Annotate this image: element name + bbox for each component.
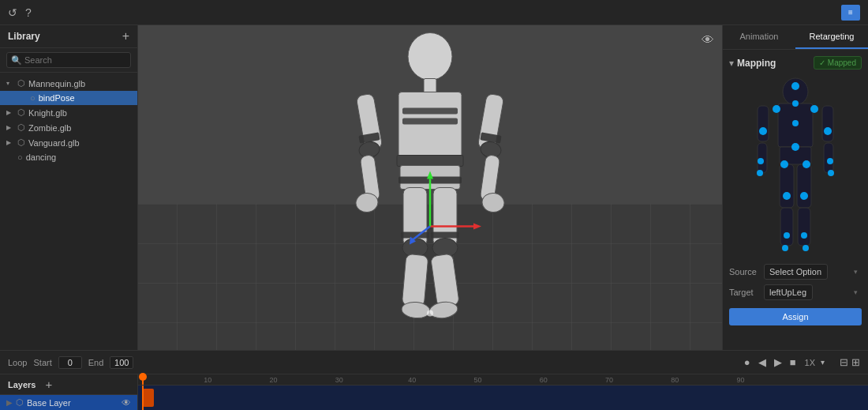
list-item[interactable]: ▶ ⬡ Zombie.glb xyxy=(0,120,137,135)
track-name: Base Layer xyxy=(27,398,71,408)
mapping-title: Mapping xyxy=(737,58,776,69)
mapping-header: ▾ Mapping ✓ Mapped xyxy=(729,56,862,70)
timeline-lane[interactable] xyxy=(138,386,868,410)
svg-point-64 xyxy=(803,245,809,251)
svg-rect-43 xyxy=(780,164,794,208)
model-icon: ⬡ xyxy=(17,107,25,118)
list-item[interactable]: ▾ ⬡ Mannequin.glb xyxy=(0,76,137,91)
svg-point-62 xyxy=(801,232,807,239)
svg-rect-21 xyxy=(402,107,458,114)
prev-button[interactable]: ◀ xyxy=(756,355,769,370)
layout-btn[interactable]: ≡ xyxy=(841,5,860,21)
svg-rect-45 xyxy=(797,164,811,208)
timeline-layout-btn-2[interactable]: ⊞ xyxy=(851,356,860,368)
viewport[interactable]: 👁 xyxy=(138,25,722,350)
source-select-wrap: Select Option ▾ xyxy=(764,264,862,280)
tab-retargeting[interactable]: Retargeting xyxy=(795,25,868,49)
svg-rect-15 xyxy=(402,254,428,307)
viewport-eye-icon[interactable]: 👁 xyxy=(702,33,714,47)
mapping-section: ▾ Mapping ✓ Mapped xyxy=(723,50,868,332)
tab-animation[interactable]: Animation xyxy=(723,25,795,49)
list-item[interactable]: ○ dancing xyxy=(0,150,137,164)
svg-rect-46 xyxy=(798,208,810,246)
target-field-row: Target leftUpLeg ▾ xyxy=(729,284,862,300)
svg-point-0 xyxy=(408,32,452,80)
mapped-badge: ✓ Mapped xyxy=(814,56,862,70)
stop-button[interactable]: ■ xyxy=(788,355,799,370)
svg-point-58 xyxy=(803,160,810,168)
list-item[interactable]: ▶ ⬡ Knight.glb xyxy=(0,105,137,120)
search-input[interactable] xyxy=(6,52,131,68)
playhead-dot xyxy=(139,373,147,381)
timeline-layout-btn-1[interactable]: ⊟ xyxy=(840,356,848,368)
svg-rect-42 xyxy=(824,143,833,173)
list-item[interactable]: ▶ ⬡ Vanguard.glb xyxy=(0,135,137,150)
svg-rect-39 xyxy=(758,106,769,141)
end-label: End xyxy=(88,358,104,367)
record-button[interactable]: ● xyxy=(742,355,753,370)
svg-point-49 xyxy=(773,105,780,113)
layers-add-button[interactable]: + xyxy=(45,378,52,391)
svg-rect-22 xyxy=(402,118,458,124)
assign-button[interactable]: Assign xyxy=(729,308,862,325)
source-field-row: Source Select Option ▾ xyxy=(729,264,862,280)
speed-label: 1X xyxy=(805,358,815,367)
play-button[interactable]: ▶ xyxy=(772,355,784,370)
source-select[interactable]: Select Option xyxy=(764,264,828,280)
loop-label: Loop xyxy=(8,358,27,367)
timeline-content: 10 20 30 40 50 60 70 80 90 xyxy=(138,374,868,410)
mannequin-figure xyxy=(327,32,533,343)
ruler-tick-70: 70 xyxy=(605,376,613,384)
library-add-button[interactable]: + xyxy=(122,30,129,43)
svg-rect-25 xyxy=(398,176,430,183)
track-clip[interactable] xyxy=(143,389,154,407)
target-select[interactable]: leftUpLeg xyxy=(764,284,813,300)
svg-rect-28 xyxy=(431,231,459,238)
svg-point-63 xyxy=(782,245,788,251)
ruler-tick-20: 20 xyxy=(270,376,278,384)
search-icon: 🔍 xyxy=(11,55,22,66)
svg-point-59 xyxy=(783,192,791,200)
mapped-label: Mapped xyxy=(828,58,856,67)
svg-rect-3 xyxy=(397,155,463,166)
chevron-right-icon: ▶ xyxy=(6,109,14,116)
svg-rect-19 xyxy=(431,253,460,307)
svg-rect-44 xyxy=(780,208,793,246)
help-icon[interactable]: ? xyxy=(25,6,32,19)
end-value-input[interactable] xyxy=(110,356,133,369)
svg-point-60 xyxy=(800,192,808,200)
model-icon: ⬡ xyxy=(17,137,25,148)
svg-point-65 xyxy=(757,170,763,176)
library-title: Library xyxy=(8,31,40,42)
layers-panel: Layers + ▶ ⬡ Base Layer 👁 xyxy=(0,374,138,410)
speed-dropdown-button[interactable]: ▾ xyxy=(818,356,827,368)
top-bar-icons: ↺ ? xyxy=(8,6,32,19)
source-label: Source xyxy=(729,267,761,276)
collapse-icon[interactable]: ▾ xyxy=(729,58,734,69)
ruler-tick-30: 30 xyxy=(335,376,343,384)
chevron-down-icon: ▾ xyxy=(6,80,14,87)
expand-icon[interactable]: ▶ xyxy=(6,398,13,407)
svg-point-54 xyxy=(827,158,833,164)
sidebar-header: Library + xyxy=(0,25,137,48)
chevron-right-icon: ▶ xyxy=(6,124,14,131)
svg-point-61 xyxy=(784,232,790,239)
pose-icon: ○ xyxy=(30,93,36,103)
svg-point-53 xyxy=(758,158,764,164)
list-item[interactable]: ○ bindPose xyxy=(0,91,137,105)
svg-rect-26 xyxy=(430,176,462,183)
search-wrap: 🔍 xyxy=(6,52,131,68)
track-visibility-icon[interactable]: 👁 xyxy=(122,397,131,408)
svg-point-55 xyxy=(792,120,799,126)
start-value-input[interactable] xyxy=(58,356,82,369)
layers-track-row: Layers + ▶ ⬡ Base Layer 👁 10 20 30 40 xyxy=(0,374,868,410)
undo-icon[interactable]: ↺ xyxy=(8,6,17,19)
layer-icon: ⬡ xyxy=(16,397,24,408)
anim-icon: ○ xyxy=(17,152,23,162)
timeline-ruler: 10 20 30 40 50 60 70 80 90 xyxy=(138,374,868,386)
svg-marker-30 xyxy=(473,223,481,229)
transport-controls: ● ◀ ▶ ■ 1X ▾ xyxy=(742,355,827,370)
main-layout: Library + 🔍 ▾ ⬡ Mannequin.glb ○ bindPose xyxy=(0,25,868,350)
bottom-area: Loop Start End ● ◀ ▶ ■ 1X ▾ ⊟ ⊞ Layers + xyxy=(0,350,868,410)
track-label-base-layer[interactable]: ▶ ⬡ Base Layer 👁 xyxy=(0,395,138,410)
